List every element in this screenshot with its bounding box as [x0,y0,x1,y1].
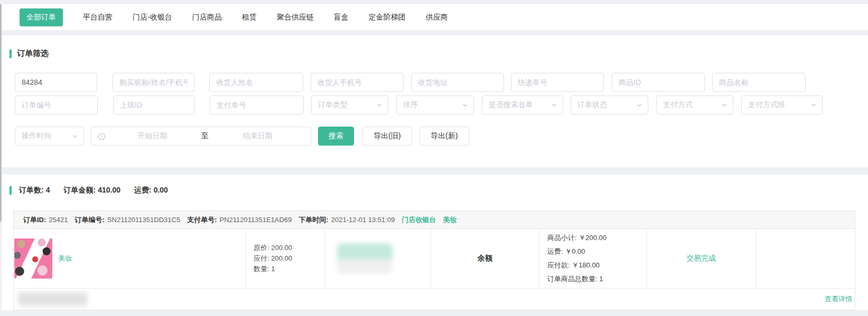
chevron-down-icon [810,102,817,108]
freight-total-value: 0.00 [154,186,168,194]
tab-all-orders[interactable]: 全部订单 [20,8,63,26]
chevron-down-icon [636,102,642,108]
quantity-line: 数量: 1 [254,264,324,274]
order-status-text: 交易完成 [686,254,716,263]
order-id-value: 25421 [49,216,68,224]
order-card-header: 订单ID:25421 订单编号:SN2112011351DD31C5 支付单号:… [14,211,855,229]
tab-store-cashier[interactable]: 门店-收银台 [133,13,172,22]
pay-method-select-value: 支付方式 [663,100,693,110]
tab-store-goods[interactable]: 门店商品 [192,13,222,22]
parent-id-input[interactable] [113,95,195,114]
remark-redacted [18,292,87,306]
order-category-badge: 美妆 [443,215,456,225]
product-id-input[interactable] [612,73,705,92]
quantity-value: 1 [271,265,275,273]
order-amount-label: 订单金额: [63,186,96,194]
end-date-placeholder[interactable]: 结束日期 [211,131,304,141]
status-cell: 交易完成 [647,229,756,288]
order-card: 订单ID:25421 订单编号:SN2112011351DD31C5 支付单号:… [13,210,855,310]
filter-section-title: 订单筛选 [10,49,49,59]
shipping-address-input[interactable] [411,73,504,92]
order-count: 订单数:4 [17,186,50,195]
order-sn: 订单编号:SN2112011351DD31C5 [75,215,181,225]
sort-select-value: 排序 [403,100,418,110]
filter-row-2: 订单类型 排序 是否搜索首单 订单状态 支付方式 支付方式组 [15,95,823,114]
buyer-nickname-input[interactable] [113,73,194,92]
chevron-down-icon [551,102,557,108]
filter-row-3: 操作时间 开始日期 至 结束日期 搜索 导出(旧) 导出(新) [15,127,469,146]
order-card-body: 美妆 原价: 200.00 应付: 200.00 数量: 1 余额 商品小计: … [14,229,855,288]
price-cell: 原价: 200.00 应付: 200.00 数量: 1 [246,229,325,288]
pay-method-group-select-value: 支付方式组 [748,100,785,110]
tab-platform-self[interactable]: 平台自营 [83,13,113,22]
order-count-value: 4 [46,186,50,194]
tab-blind-box[interactable]: 盲盒 [334,13,349,22]
operation-time-select[interactable]: 操作时间 [15,127,84,146]
view-details-link[interactable]: 查看详情 [825,294,852,304]
pay-number-input[interactable] [210,95,304,114]
freight-total: 运费:0.00 [132,186,168,195]
search-button[interactable]: 搜索 [318,127,354,146]
order-amount-value: 410.00 [98,186,120,194]
payable-label: 应付: [254,254,269,262]
order-id-label: 订单ID: [23,216,46,224]
order-pay-no-label: 支付单号: [187,216,217,224]
amount-due-label: 应付款: [547,261,570,269]
order-pay-no: 支付单号:PN2112011351E1AD69 [187,215,292,225]
product-name-input[interactable] [712,73,806,92]
order-filter-panel: 订单筛选 订单类型 排序 是否搜索首单 [2,35,868,167]
date-range-separator: 至 [199,131,211,141]
payment-method-text: 余额 [478,254,492,263]
chevron-down-icon [721,102,727,108]
totals-cell: 商品小计: ￥200.00 运费: ￥0.00 应付款: ￥180.00 订单商… [539,229,647,288]
order-sn-input[interactable] [15,95,98,114]
consignee-name-input[interactable] [209,73,303,92]
export-old-button[interactable]: 导出(旧) [362,127,412,146]
operation-time-select-value: 操作时间 [22,131,51,141]
chevron-down-icon [376,102,382,108]
order-type-select-value: 订单类型 [318,100,348,110]
freight-line: 运费: ￥0.00 [547,245,646,258]
subtotal-label: 商品小计: [547,234,577,242]
sort-select[interactable]: 排序 [396,95,474,114]
subtotal-value: ￥200.00 [578,234,606,242]
start-date-placeholder[interactable]: 开始日期 [106,131,199,141]
product-name-link[interactable]: 美妆 [58,254,72,263]
order-type-select[interactable]: 订单类型 [311,95,388,114]
order-source-badge: 门店收银台 [402,215,436,225]
order-time-label: 下单时间: [298,216,328,224]
original-price-value: 200.00 [271,244,292,252]
buyer-cell [325,229,431,288]
actions-cell [756,229,855,288]
first-order-select[interactable]: 是否搜索首单 [482,95,563,114]
tab-rental[interactable]: 租赁 [242,13,257,22]
order-time-value: 2021-12-01 13:51:09 [331,216,395,224]
total-quantity-label: 订单商品总数量: [547,275,598,283]
export-new-button[interactable]: 导出(新) [419,127,469,146]
filter-row-1 [15,73,806,92]
tab-deposit-ladder-group[interactable]: 定金阶梯团 [369,13,406,22]
buyer-info-redacted [337,243,393,274]
total-quantity-value: 1 [599,275,603,283]
tab-aggregated-supply-chain[interactable]: 聚合供应链 [277,13,314,22]
tab-supplier[interactable]: 供应商 [426,13,448,22]
tracking-number-input[interactable] [511,73,604,92]
product-cell: 美妆 [14,229,246,288]
payment-method-cell: 余额 [431,229,539,288]
order-sn-value: SN2112011351DD31C5 [107,216,180,224]
date-range-picker[interactable]: 开始日期 至 结束日期 [91,127,311,146]
order-sn-label: 订单编号: [75,216,105,224]
order-management-page: 全部订单 平台自营 门店-收银台 门店商品 租赁 聚合供应链 盲盒 定金阶梯团 … [0,0,868,316]
freight-value: ￥0.00 [565,247,585,255]
freight-label: 运费: [547,247,563,255]
order-status-select[interactable]: 订单状态 [571,95,648,114]
clock-icon [98,132,106,140]
uid-input[interactable] [15,73,97,92]
pay-method-select[interactable]: 支付方式 [656,95,733,114]
order-status-select-value: 订单状态 [577,100,607,110]
pay-method-group-select[interactable]: 支付方式组 [741,95,823,114]
payable-value: 200.00 [271,254,292,262]
consignee-phone-input[interactable] [311,73,404,92]
order-count-label: 订单数: [19,186,44,194]
order-pay-no-value: PN2112011351E1AD69 [219,216,292,224]
